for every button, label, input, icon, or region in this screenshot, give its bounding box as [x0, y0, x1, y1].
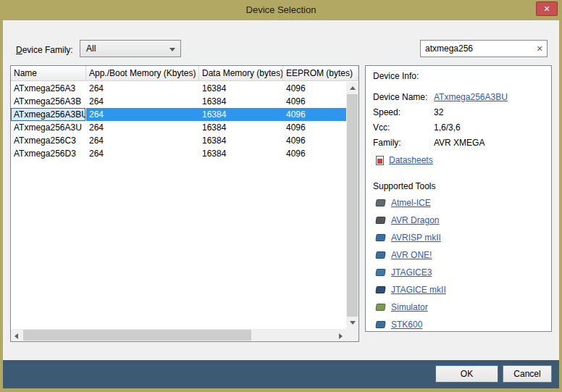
device-value-cell: 264: [86, 82, 199, 95]
avr-one-icon: [375, 251, 385, 259]
supported-tools-heading: Supported Tools: [373, 181, 544, 191]
tool-link[interactable]: STK600: [391, 320, 422, 330]
column-header-eeprom[interactable]: EEPROM (bytes): [283, 66, 358, 80]
info-value: AVR XMEGA: [434, 135, 485, 151]
device-name-cell: ATxmega256A3U: [11, 121, 86, 134]
scroll-up-icon[interactable]: [346, 82, 358, 94]
info-row: Vcc:1,6/3,6: [373, 120, 544, 135]
atmel-ice-icon: [375, 199, 385, 207]
tool-link[interactable]: JTAGICE mkII: [391, 285, 446, 295]
tool-row: AVRISP mkII: [376, 229, 544, 246]
scroll-right-icon[interactable]: [334, 329, 346, 341]
device-value-cell: 16384: [199, 134, 283, 147]
device-name-cell: ATxmega256A3: [11, 82, 86, 95]
vertical-scroll-thumb[interactable]: [347, 94, 358, 317]
tool-row: JTAGICE mkII: [376, 281, 544, 299]
device-selection-dialog: Device Selection Device Family: All Name…: [0, 0, 562, 392]
tool-link[interactable]: AVR Dragon: [391, 215, 439, 225]
tool-link[interactable]: AVR ONE!: [391, 250, 432, 260]
clear-search-icon[interactable]: [532, 44, 547, 54]
info-label: Speed:: [373, 105, 434, 120]
device-value-cell: 16384: [199, 82, 283, 95]
ok-button[interactable]: OK: [435, 365, 498, 383]
device-value-cell: 4096: [283, 134, 346, 147]
device-value-cell: 264: [86, 95, 199, 108]
info-value: 1,6/3,6: [434, 120, 461, 135]
tool-link[interactable]: JTAGICE3: [391, 267, 432, 278]
vertical-scrollbar[interactable]: [346, 82, 358, 329]
info-row: Device Name:ATxmega256A3BU: [373, 90, 544, 105]
stk600-icon: [375, 321, 385, 328]
table-row[interactable]: ATxmega256C3264163844096: [11, 134, 346, 147]
tool-link[interactable]: Atmel-ICE: [391, 198, 431, 208]
supported-tools-list: Atmel-ICEAVR DragonAVRISP mkIIAVR ONE!JT…: [373, 194, 544, 332]
avrisp-mkii-icon: [375, 234, 385, 241]
device-name-cell: ATxmega256A3BU: [11, 108, 86, 121]
device-info-header: Device Info:: [373, 71, 544, 81]
horizontal-scrollbar[interactable]: [11, 329, 346, 341]
datasheets-link[interactable]: Datasheets: [389, 155, 433, 165]
device-value-cell: 16384: [199, 108, 283, 121]
device-value-cell: 264: [86, 134, 199, 147]
info-row: Family:AVR XMEGA: [373, 135, 544, 151]
title-bar[interactable]: Device Selection: [0, 0, 562, 20]
column-header-data[interactable]: Data Memory (bytes): [199, 66, 283, 80]
chevron-down-icon: [169, 48, 175, 51]
device-value-cell: 4096: [283, 82, 346, 95]
device-value-cell: 4096: [283, 95, 346, 108]
tool-link[interactable]: AVRISP mkII: [391, 233, 441, 243]
device-value-cell: 16384: [199, 147, 283, 160]
table-row[interactable]: ATxmega256A3BU264163844096: [11, 108, 346, 121]
page-title: Device Selection: [246, 4, 316, 15]
device-info-fields: Device Name:ATxmega256A3BUSpeed:32Vcc:1,…: [373, 90, 544, 151]
table-row[interactable]: ATxmega256A3B264163844096: [11, 95, 346, 108]
jtagice3-icon: [375, 269, 385, 276]
tool-row: STK600: [376, 316, 544, 332]
table-header: Name App./Boot Memory (Kbytes) Data Memo…: [11, 66, 358, 81]
simulator-icon: [375, 304, 385, 311]
table-row[interactable]: ATxmega256A3U264163844096: [11, 121, 346, 134]
device-value-cell: 264: [86, 121, 199, 134]
column-header-memory[interactable]: App./Boot Memory (Kbytes): [86, 66, 199, 80]
table-rows: ATxmega256A3264163844096ATxmega256A3B264…: [11, 82, 346, 329]
cancel-button[interactable]: Cancel: [503, 365, 552, 383]
table-row[interactable]: ATxmega256A3264163844096: [11, 82, 346, 95]
device-name-cell: ATxmega256A3B: [11, 95, 86, 108]
tool-row: JTAGICE3: [376, 264, 544, 281]
info-value: 32: [434, 105, 443, 120]
device-value-cell: 4096: [283, 108, 346, 121]
scrollbar-corner: [346, 329, 358, 341]
search-input[interactable]: [421, 43, 532, 54]
table-row[interactable]: ATxmega256D3264163844096: [11, 147, 346, 160]
info-label: Device Name:: [373, 90, 434, 105]
device-value-cell: 264: [86, 108, 199, 121]
datasheets-row: Datasheets: [376, 152, 544, 168]
device-name-cell: ATxmega256D3: [11, 147, 86, 160]
scroll-down-icon[interactable]: [346, 317, 358, 329]
dialog-body: Device Family: All Name App./Boot Memory…: [3, 20, 559, 388]
column-header-name[interactable]: Name: [11, 66, 86, 80]
device-value-cell: 4096: [283, 121, 346, 134]
horizontal-scroll-thumb[interactable]: [23, 330, 251, 341]
tool-row: Simulator: [376, 299, 544, 316]
device-value-cell: 264: [86, 147, 199, 160]
device-search-box: [420, 40, 548, 57]
device-info-panel: Device Info: Device Name:ATxmega256A3BUS…: [365, 65, 552, 332]
device-name-cell: ATxmega256C3: [11, 134, 86, 147]
device-family-label: Device Family:: [16, 45, 73, 55]
pdf-icon: [376, 156, 384, 165]
info-label: Family:: [373, 135, 434, 151]
device-name-link[interactable]: ATxmega256A3BU: [434, 90, 508, 105]
avr-dragon-icon: [375, 217, 385, 224]
device-table: Name App./Boot Memory (Kbytes) Data Memo…: [10, 65, 359, 342]
info-label: Vcc:: [373, 120, 434, 135]
device-value-cell: 16384: [199, 121, 283, 134]
tool-link[interactable]: Simulator: [391, 302, 428, 312]
tool-row: Atmel-ICE: [376, 194, 544, 212]
tool-row: AVR ONE!: [376, 246, 544, 264]
close-icon[interactable]: [536, 1, 558, 16]
device-value-cell: 16384: [199, 95, 283, 108]
device-family-value: All: [86, 43, 96, 54]
scroll-left-icon[interactable]: [11, 329, 23, 341]
device-family-select[interactable]: All: [80, 40, 181, 57]
